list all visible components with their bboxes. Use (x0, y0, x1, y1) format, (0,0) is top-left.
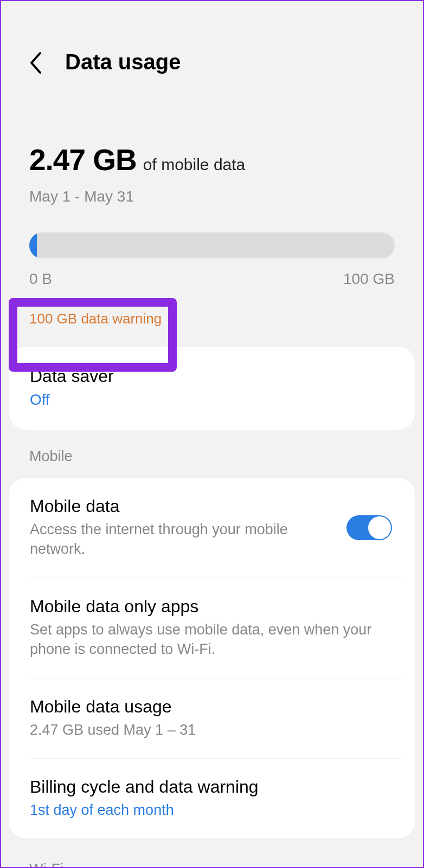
mobile-only-apps-row[interactable]: Mobile data only apps Set apps to always… (9, 578, 415, 678)
mobile-only-apps-title: Mobile data only apps (30, 597, 392, 617)
usage-period: May 1 - May 31 (29, 188, 395, 205)
mobile-data-title: Mobile data (30, 496, 336, 516)
usage-amount: 2.47 GB (29, 142, 137, 177)
usage-of-label: of mobile data (143, 156, 245, 174)
mobile-only-apps-desc: Set apps to always use mobile data, even… (30, 620, 392, 659)
data-saver-card: Data saver Off (9, 347, 415, 430)
billing-cycle-desc: 1st day of each month (30, 800, 392, 820)
mobile-data-row[interactable]: Mobile data Access the internet through … (9, 478, 415, 578)
mobile-data-toggle[interactable] (346, 515, 392, 540)
mobile-data-usage-title: Mobile data usage (30, 697, 392, 717)
page-title: Data usage (65, 50, 181, 74)
data-saver-status: Off (30, 390, 394, 410)
usage-progress-fill (29, 232, 37, 258)
mobile-section-card: Mobile data Access the internet through … (9, 478, 415, 839)
section-label-mobile: Mobile (29, 448, 423, 465)
section-label-wifi: Wi-Fi (29, 861, 423, 868)
mobile-data-usage-desc: 2.47 GB used May 1 – 31 (30, 720, 392, 740)
header: Data usage (1, 1, 423, 75)
mobile-data-desc: Access the internet through your mobile … (30, 520, 336, 559)
data-saver-title: Data saver (30, 366, 394, 386)
data-saver-row[interactable]: Data saver Off (9, 347, 415, 430)
usage-summary: 2.47 GB of mobile data May 1 - May 31 0 … (1, 75, 423, 327)
toggle-knob (368, 516, 391, 539)
billing-cycle-title: Billing cycle and data warning (30, 777, 392, 797)
back-icon[interactable] (28, 51, 43, 75)
usage-min-label: 0 B (29, 270, 52, 288)
usage-warning: 100 GB data warning (29, 310, 395, 327)
billing-cycle-row[interactable]: Billing cycle and data warning 1st day o… (9, 759, 415, 838)
mobile-data-usage-row[interactable]: Mobile data usage 2.47 GB used May 1 – 3… (9, 678, 415, 758)
usage-progress-bar[interactable] (29, 232, 395, 258)
usage-max-label: 100 GB (343, 270, 395, 288)
